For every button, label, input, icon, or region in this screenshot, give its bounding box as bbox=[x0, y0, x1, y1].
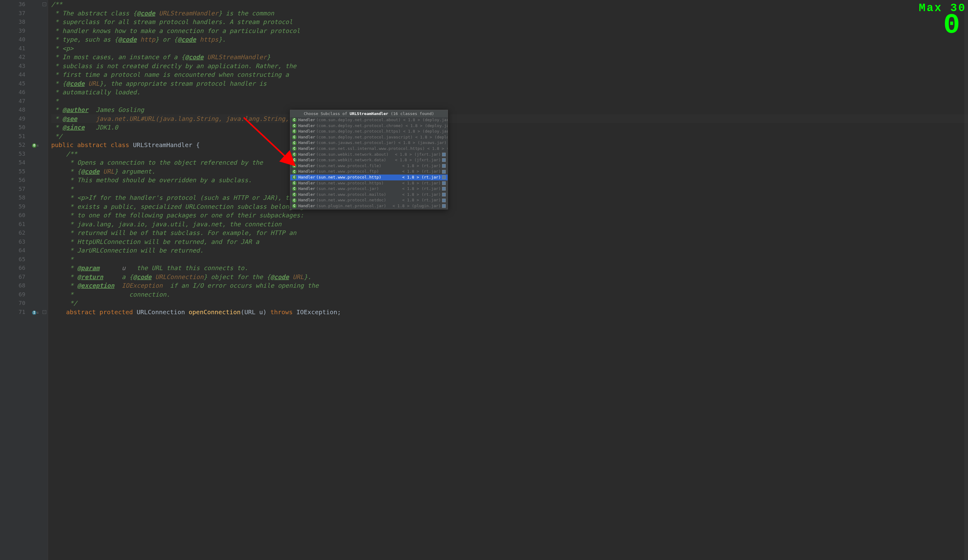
class-name: Handler bbox=[298, 163, 315, 169]
line-number: 62 bbox=[0, 229, 25, 237]
line-number: 54 bbox=[0, 158, 25, 167]
class-icon: C bbox=[292, 170, 297, 174]
code-line[interactable]: abstract protected URLConnection openCon… bbox=[51, 308, 968, 317]
code-line[interactable]: * exists a public, specialized URLConnec… bbox=[51, 202, 968, 211]
code-line[interactable]: * <p> bbox=[51, 44, 968, 53]
code-line[interactable]: * to one of the following packages or on… bbox=[51, 211, 968, 220]
class-name: Handler bbox=[298, 169, 315, 174]
code-line[interactable]: * {@code URL}, the appropriate stream pr… bbox=[51, 79, 968, 88]
line-number: 49 bbox=[0, 114, 25, 123]
line-number: 68 bbox=[0, 281, 25, 290]
class-icon: C bbox=[292, 118, 297, 122]
fold-column[interactable]: −− bbox=[42, 0, 48, 560]
subclass-list-item[interactable]: CHandler(com.sun.webkit.network.data)< 1… bbox=[290, 157, 448, 163]
code-line[interactable]: public abstract class URLStreamHandler { bbox=[51, 141, 968, 149]
code-line[interactable]: * @since JDK1.0 bbox=[51, 123, 968, 132]
code-line[interactable]: * This method should be overridden by a … bbox=[51, 176, 968, 185]
code-line[interactable]: * <p>If for the handler's protocol (such… bbox=[51, 193, 968, 202]
subclass-list-item[interactable]: CHandler(sun.net.www.protocol.file)< 1.8… bbox=[290, 163, 448, 169]
line-number: 67 bbox=[0, 273, 25, 282]
code-line[interactable]: * first time a protocol name is encounte… bbox=[51, 70, 968, 79]
class-name: Handler bbox=[298, 192, 315, 198]
code-line[interactable]: * bbox=[51, 255, 968, 264]
code-editor[interactable]: 3637383940414243444546474849505152535455… bbox=[0, 0, 968, 560]
code-line[interactable]: * automatically loaded. bbox=[51, 88, 968, 97]
line-number: 39 bbox=[0, 27, 25, 35]
code-line[interactable]: * @exception IOException if an I/O error… bbox=[51, 281, 968, 290]
popup-list[interactable]: CHandler(com.sun.deploy.net.protocol.abo… bbox=[290, 117, 448, 209]
code-line[interactable]: * superclass for all stream protocol han… bbox=[51, 18, 968, 27]
implement-gutter-icon[interactable]: I↓ bbox=[32, 309, 40, 315]
badge-count: 0 bbox=[919, 15, 960, 36]
class-icon: C bbox=[292, 124, 297, 128]
subclass-list-item[interactable]: CHandler(com.sun.deploy.net.protocol.chr… bbox=[290, 123, 448, 129]
library-icon bbox=[442, 181, 446, 185]
class-icon: C bbox=[292, 146, 297, 151]
line-number: 66 bbox=[0, 263, 25, 273]
code-line[interactable]: * connection. bbox=[51, 290, 968, 299]
fold-toggle[interactable]: − bbox=[43, 310, 46, 314]
library-version: < 1.8 > (rt.jar) bbox=[400, 197, 441, 203]
package-path: (com.sun.javaws.net.protocol.jar) bbox=[316, 140, 396, 146]
subclass-list-item[interactable]: CHandler(com.sun.deploy.net.protocol.abo… bbox=[290, 117, 448, 123]
line-number: 36 bbox=[0, 0, 25, 9]
override-gutter-icon[interactable]: O↓ bbox=[32, 142, 40, 148]
class-name: Handler bbox=[298, 134, 315, 140]
code-line[interactable]: * bbox=[51, 97, 968, 106]
code-line[interactable]: * java.lang, java.io, java.util, java.ne… bbox=[51, 220, 968, 229]
code-line[interactable]: * handler knows how to make a connection… bbox=[51, 27, 968, 35]
package-path: (com.sun.net.ssl.internal.www.protocol.h… bbox=[316, 146, 425, 152]
library-icon bbox=[442, 170, 446, 174]
library-version: < 1.8 > (deploy.jar) bbox=[403, 123, 448, 129]
package-path: (sun.net.www.protocol.file) bbox=[316, 163, 381, 169]
code-line[interactable]: */ bbox=[51, 299, 968, 308]
code-line[interactable]: * @param u the URL that this connects to… bbox=[51, 263, 968, 273]
code-line[interactable]: * JarURLConnection will be returned. bbox=[51, 246, 968, 255]
code-line[interactable]: * bbox=[51, 185, 968, 194]
subclass-list-item[interactable]: CHandler(com.sun.deploy.net.protocol.htt… bbox=[290, 129, 448, 134]
subclass-list-item[interactable]: CHandler(sun.net.www.protocol.http)< 1.8… bbox=[290, 174, 448, 181]
code-line[interactable]: /** bbox=[51, 149, 968, 159]
subclass-list-item[interactable]: CHandler(com.sun.net.ssl.internal.www.pr… bbox=[290, 146, 448, 152]
subclass-list-item[interactable]: CHandler(sun.net.www.protocol.mailto)< 1… bbox=[290, 192, 448, 198]
code-line[interactable]: * {@code URL} argument. bbox=[51, 167, 968, 176]
subclass-list-item[interactable]: CHandler(sun.net.www.protocol.netdoc)< 1… bbox=[290, 197, 448, 203]
subclass-list-item[interactable]: CHandler(sun.net.www.protocol.https)< 1.… bbox=[290, 181, 448, 186]
code-line[interactable]: * subclass is not created directly by an… bbox=[51, 62, 968, 71]
vertical-scrollbar[interactable] bbox=[964, 0, 968, 560]
line-number: 70 bbox=[0, 299, 25, 308]
class-icon: C bbox=[292, 152, 297, 157]
code-line[interactable]: * returned will be of that subclass. For… bbox=[51, 229, 968, 237]
subclass-list-item[interactable]: CHandler(com.sun.deploy.net.protocol.jav… bbox=[290, 134, 448, 140]
package-path: (com.sun.webkit.network.about) bbox=[316, 152, 389, 157]
subclass-list-item[interactable]: CHandler(sun.plugin.net.protocol.jar)< 1… bbox=[290, 203, 448, 209]
subclass-list-item[interactable]: CHandler(com.sun.javaws.net.protocol.jar… bbox=[290, 140, 448, 146]
library-version: < 1.8 > (rt.jar) bbox=[400, 174, 441, 181]
code-area[interactable]: /** * The abstract class {@code URLStrea… bbox=[48, 0, 968, 560]
class-icon: C bbox=[292, 175, 297, 179]
code-line[interactable]: /** bbox=[51, 0, 968, 9]
code-line[interactable]: * HttpURLConnection will be returned, an… bbox=[51, 237, 968, 246]
class-name: Handler bbox=[298, 129, 315, 134]
code-line[interactable]: * @see java.net.URL#URL(java.lang.String… bbox=[51, 114, 968, 123]
code-line[interactable]: * Opens a connection to the object refer… bbox=[51, 158, 968, 167]
code-line[interactable]: * type, such as {@code http} or {@code h… bbox=[51, 35, 968, 44]
subclass-list-item[interactable]: CHandler(sun.net.www.protocol.jar)< 1.8 … bbox=[290, 186, 448, 192]
library-icon bbox=[442, 164, 446, 168]
class-name: Handler bbox=[298, 174, 315, 181]
library-version: < 1.8 > (rt.jar) bbox=[400, 186, 441, 192]
class-name: Handler bbox=[298, 146, 315, 152]
fold-toggle[interactable]: − bbox=[43, 2, 46, 6]
code-line[interactable]: * @author James Gosling bbox=[51, 106, 968, 114]
package-path: (com.sun.deploy.net.protocol.about) bbox=[316, 117, 401, 123]
code-line[interactable]: * @return a {@code URLConnection} object… bbox=[51, 273, 968, 282]
class-name: Handler bbox=[298, 181, 315, 186]
subclass-list-item[interactable]: CHandler(com.sun.webkit.network.about)< … bbox=[290, 152, 448, 157]
line-number: 47 bbox=[0, 97, 25, 106]
line-number: 37 bbox=[0, 9, 25, 18]
choose-subclass-popup[interactable]: Choose Subclass of URLStreamHandler (16 … bbox=[290, 110, 448, 209]
code-line[interactable]: * In most cases, an instance of a {@code… bbox=[51, 53, 968, 62]
code-line[interactable]: * The abstract class {@code URLStreamHan… bbox=[51, 9, 968, 18]
subclass-list-item[interactable]: CHandler(sun.net.www.protocol.ftp)< 1.8 … bbox=[290, 169, 448, 174]
code-line[interactable]: */ bbox=[51, 132, 968, 141]
